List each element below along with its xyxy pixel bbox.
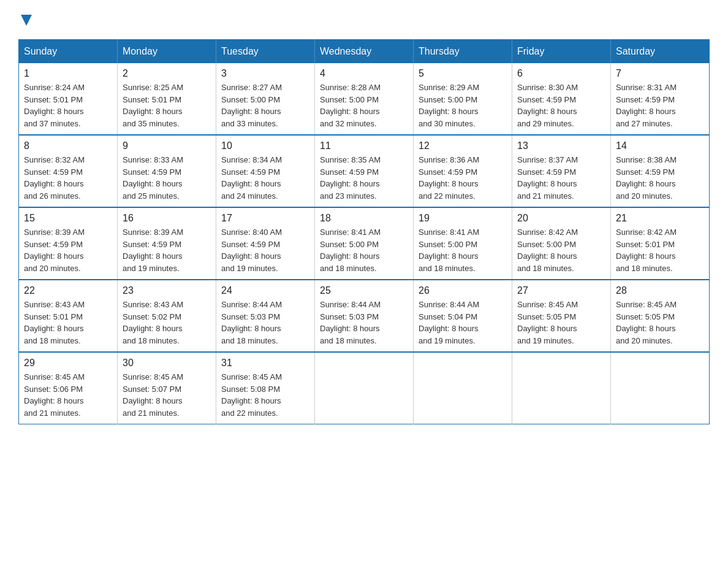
day-cell: [414, 352, 512, 424]
day-info: Sunrise: 8:45 AMSunset: 5:06 PMDaylight:…: [24, 371, 112, 419]
day-info: Sunrise: 8:43 AMSunset: 5:02 PMDaylight:…: [123, 299, 211, 347]
day-cell: 9Sunrise: 8:33 AMSunset: 4:59 PMDaylight…: [118, 135, 216, 207]
day-number: 10: [221, 140, 309, 151]
day-cell: 5Sunrise: 8:29 AMSunset: 5:00 PMDaylight…: [414, 63, 512, 135]
day-number: 31: [221, 358, 309, 369]
day-number: 12: [419, 140, 507, 151]
day-cell: 16Sunrise: 8:39 AMSunset: 4:59 PMDayligh…: [118, 207, 216, 280]
day-number: 11: [320, 140, 408, 151]
header-tuesday: Tuesday: [216, 40, 315, 64]
day-cell: 8Sunrise: 8:32 AMSunset: 4:59 PMDaylight…: [19, 135, 118, 207]
day-cell: [611, 352, 710, 424]
day-number: 27: [517, 285, 605, 296]
header-sunday: Sunday: [19, 40, 118, 64]
day-cell: 12Sunrise: 8:36 AMSunset: 4:59 PMDayligh…: [414, 135, 512, 207]
svg-marker-0: [21, 15, 32, 26]
day-info: Sunrise: 8:41 AMSunset: 5:00 PMDaylight:…: [320, 226, 408, 274]
day-cell: 14Sunrise: 8:38 AMSunset: 4:59 PMDayligh…: [611, 135, 710, 207]
day-info: Sunrise: 8:33 AMSunset: 4:59 PMDaylight:…: [123, 154, 211, 202]
day-number: 8: [24, 140, 112, 151]
day-cell: [315, 352, 414, 424]
day-cell: 29Sunrise: 8:45 AMSunset: 5:06 PMDayligh…: [19, 352, 118, 424]
day-cell: 31Sunrise: 8:45 AMSunset: 5:08 PMDayligh…: [216, 352, 315, 424]
header-monday: Monday: [118, 40, 216, 64]
day-number: 7: [616, 68, 704, 79]
day-number: 28: [616, 285, 704, 296]
day-info: Sunrise: 8:45 AMSunset: 5:05 PMDaylight:…: [616, 299, 704, 347]
day-number: 15: [24, 213, 112, 224]
day-info: Sunrise: 8:45 AMSunset: 5:08 PMDaylight:…: [221, 371, 309, 419]
day-cell: 22Sunrise: 8:43 AMSunset: 5:01 PMDayligh…: [19, 280, 118, 352]
day-cell: [512, 352, 611, 424]
day-info: Sunrise: 8:41 AMSunset: 5:00 PMDaylight:…: [419, 226, 507, 274]
day-info: Sunrise: 8:32 AMSunset: 4:59 PMDaylight:…: [24, 154, 112, 202]
day-info: Sunrise: 8:30 AMSunset: 4:59 PMDaylight:…: [517, 82, 605, 129]
day-info: Sunrise: 8:38 AMSunset: 4:59 PMDaylight:…: [616, 154, 704, 202]
week-row-1: 1Sunrise: 8:24 AMSunset: 5:01 PMDaylight…: [19, 63, 710, 135]
day-number: 29: [24, 358, 112, 369]
day-cell: 13Sunrise: 8:37 AMSunset: 4:59 PMDayligh…: [512, 135, 611, 207]
day-info: Sunrise: 8:36 AMSunset: 4:59 PMDaylight:…: [419, 154, 507, 202]
day-cell: 27Sunrise: 8:45 AMSunset: 5:05 PMDayligh…: [512, 280, 611, 352]
day-cell: 18Sunrise: 8:41 AMSunset: 5:00 PMDayligh…: [315, 207, 414, 280]
calendar-table: SundayMondayTuesdayWednesdayThursdayFrid…: [18, 39, 710, 424]
header-saturday: Saturday: [611, 40, 710, 64]
day-number: 14: [616, 140, 704, 151]
day-number: 21: [616, 213, 704, 224]
day-cell: 20Sunrise: 8:42 AMSunset: 5:00 PMDayligh…: [512, 207, 611, 280]
day-number: 17: [221, 213, 309, 224]
day-number: 22: [24, 285, 112, 296]
day-info: Sunrise: 8:34 AMSunset: 4:59 PMDaylight:…: [221, 154, 309, 202]
day-info: Sunrise: 8:44 AMSunset: 5:03 PMDaylight:…: [221, 299, 309, 347]
day-cell: 1Sunrise: 8:24 AMSunset: 5:01 PMDaylight…: [19, 63, 118, 135]
day-cell: 4Sunrise: 8:28 AMSunset: 5:00 PMDaylight…: [315, 63, 414, 135]
page-header: [18, 12, 710, 27]
day-cell: 2Sunrise: 8:25 AMSunset: 5:01 PMDaylight…: [118, 63, 216, 135]
day-number: 13: [517, 140, 605, 151]
day-info: Sunrise: 8:37 AMSunset: 4:59 PMDaylight:…: [517, 154, 605, 202]
day-number: 2: [123, 68, 211, 79]
day-number: 18: [320, 213, 408, 224]
day-number: 6: [517, 68, 605, 79]
logo-arrow-icon: [20, 13, 33, 27]
day-info: Sunrise: 8:28 AMSunset: 5:00 PMDaylight:…: [320, 82, 408, 129]
day-info: Sunrise: 8:40 AMSunset: 4:59 PMDaylight:…: [221, 226, 309, 274]
day-info: Sunrise: 8:31 AMSunset: 4:59 PMDaylight:…: [616, 82, 704, 129]
day-cell: 6Sunrise: 8:30 AMSunset: 4:59 PMDaylight…: [512, 63, 611, 135]
day-info: Sunrise: 8:44 AMSunset: 5:04 PMDaylight:…: [419, 299, 507, 347]
day-cell: 30Sunrise: 8:45 AMSunset: 5:07 PMDayligh…: [118, 352, 216, 424]
day-number: 20: [517, 213, 605, 224]
day-cell: 23Sunrise: 8:43 AMSunset: 5:02 PMDayligh…: [118, 280, 216, 352]
weekday-header-row: SundayMondayTuesdayWednesdayThursdayFrid…: [19, 40, 710, 64]
day-info: Sunrise: 8:42 AMSunset: 5:00 PMDaylight:…: [517, 226, 605, 274]
day-number: 19: [419, 213, 507, 224]
day-cell: 15Sunrise: 8:39 AMSunset: 4:59 PMDayligh…: [19, 207, 118, 280]
day-cell: 25Sunrise: 8:44 AMSunset: 5:03 PMDayligh…: [315, 280, 414, 352]
day-info: Sunrise: 8:43 AMSunset: 5:01 PMDaylight:…: [24, 299, 112, 347]
header-thursday: Thursday: [414, 40, 512, 64]
week-row-3: 15Sunrise: 8:39 AMSunset: 4:59 PMDayligh…: [19, 207, 710, 280]
day-info: Sunrise: 8:42 AMSunset: 5:01 PMDaylight:…: [616, 226, 704, 274]
day-cell: 10Sunrise: 8:34 AMSunset: 4:59 PMDayligh…: [216, 135, 315, 207]
day-info: Sunrise: 8:39 AMSunset: 4:59 PMDaylight:…: [123, 226, 211, 274]
week-row-4: 22Sunrise: 8:43 AMSunset: 5:01 PMDayligh…: [19, 280, 710, 352]
day-number: 25: [320, 285, 408, 296]
logo: [18, 12, 33, 27]
day-cell: 26Sunrise: 8:44 AMSunset: 5:04 PMDayligh…: [414, 280, 512, 352]
day-info: Sunrise: 8:27 AMSunset: 5:00 PMDaylight:…: [221, 82, 309, 129]
day-cell: 11Sunrise: 8:35 AMSunset: 4:59 PMDayligh…: [315, 135, 414, 207]
day-info: Sunrise: 8:29 AMSunset: 5:00 PMDaylight:…: [419, 82, 507, 129]
day-number: 4: [320, 68, 408, 79]
day-info: Sunrise: 8:35 AMSunset: 4:59 PMDaylight:…: [320, 154, 408, 202]
day-info: Sunrise: 8:39 AMSunset: 4:59 PMDaylight:…: [24, 226, 112, 274]
day-cell: 19Sunrise: 8:41 AMSunset: 5:00 PMDayligh…: [414, 207, 512, 280]
day-cell: 21Sunrise: 8:42 AMSunset: 5:01 PMDayligh…: [611, 207, 710, 280]
day-number: 5: [419, 68, 507, 79]
day-info: Sunrise: 8:44 AMSunset: 5:03 PMDaylight:…: [320, 299, 408, 347]
day-info: Sunrise: 8:24 AMSunset: 5:01 PMDaylight:…: [24, 82, 112, 129]
day-number: 1: [24, 68, 112, 79]
day-number: 16: [123, 213, 211, 224]
day-cell: 17Sunrise: 8:40 AMSunset: 4:59 PMDayligh…: [216, 207, 315, 280]
header-wednesday: Wednesday: [315, 40, 414, 64]
week-row-5: 29Sunrise: 8:45 AMSunset: 5:06 PMDayligh…: [19, 352, 710, 424]
